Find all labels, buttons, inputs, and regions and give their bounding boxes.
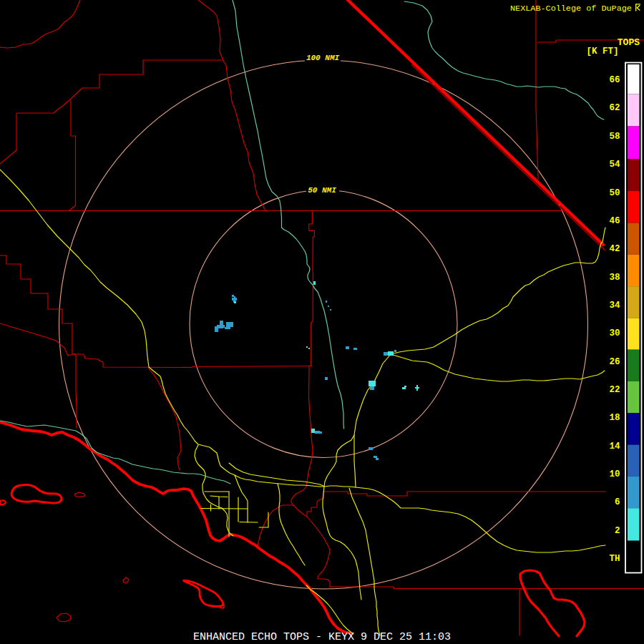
svg-text:26: 26 xyxy=(609,357,620,367)
svg-text:2: 2 xyxy=(615,526,620,536)
svg-text:46: 46 xyxy=(609,216,620,226)
svg-text:54: 54 xyxy=(609,160,620,170)
svg-text:50 NMI: 50 NMI xyxy=(308,186,336,195)
svg-text:42: 42 xyxy=(609,244,620,254)
svg-text:TH: TH xyxy=(609,554,620,564)
svg-text:66: 66 xyxy=(609,75,620,85)
svg-text:62: 62 xyxy=(609,103,620,113)
svg-text:100 NMI: 100 NMI xyxy=(306,54,340,62)
svg-text:22: 22 xyxy=(609,385,620,395)
svg-text:58: 58 xyxy=(609,132,620,142)
svg-text:30: 30 xyxy=(609,328,620,338)
svg-text:14: 14 xyxy=(609,441,620,452)
svg-text:ENHANCED ECHO TOPS - KEYX 9 DE: ENHANCED ECHO TOPS - KEYX 9 DEC 25 11:03 xyxy=(193,631,451,643)
svg-text:6: 6 xyxy=(615,497,620,507)
svg-text:38: 38 xyxy=(609,273,620,283)
svg-text:10: 10 xyxy=(609,469,620,479)
svg-text:NEXLAB-College of DuPage: NEXLAB-College of DuPage xyxy=(510,4,632,14)
svg-text:34: 34 xyxy=(609,301,620,311)
svg-text:TOPS: TOPS xyxy=(618,37,640,48)
svg-text:50: 50 xyxy=(609,188,620,198)
svg-text:[K FT]: [K FT] xyxy=(586,47,618,57)
svg-text:18: 18 xyxy=(609,413,620,423)
